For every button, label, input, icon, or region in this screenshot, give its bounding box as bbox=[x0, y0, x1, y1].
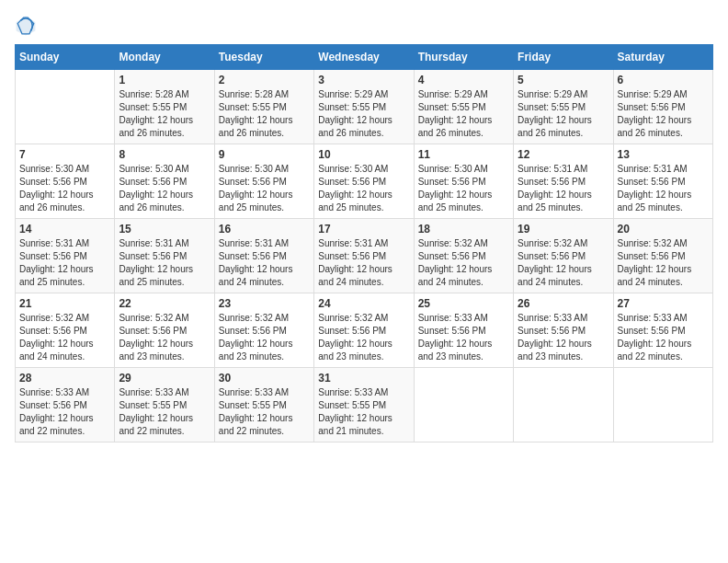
day-info: Sunrise: 5:28 AMSunset: 5:55 PMDaylight:… bbox=[219, 88, 310, 140]
day-info: Sunrise: 5:30 AMSunset: 5:56 PMDaylight:… bbox=[119, 163, 210, 214]
calendar-cell bbox=[414, 368, 513, 442]
day-number: 8 bbox=[119, 148, 210, 161]
day-number: 31 bbox=[318, 372, 409, 385]
calendar-cell: 3Sunrise: 5:29 AMSunset: 5:55 PMDaylight… bbox=[314, 70, 414, 144]
calendar-cell: 21Sunrise: 5:32 AMSunset: 5:56 PMDayligh… bbox=[16, 293, 115, 368]
day-number: 29 bbox=[119, 372, 210, 385]
calendar-cell: 9Sunrise: 5:30 AMSunset: 5:56 PMDaylight… bbox=[214, 144, 313, 219]
day-info: Sunrise: 5:32 AMSunset: 5:56 PMDaylight:… bbox=[518, 237, 609, 289]
day-info: Sunrise: 5:33 AMSunset: 5:56 PMDaylight:… bbox=[19, 386, 110, 438]
header bbox=[15, 15, 713, 37]
calendar-cell: 18Sunrise: 5:32 AMSunset: 5:56 PMDayligh… bbox=[414, 219, 513, 293]
day-info: Sunrise: 5:33 AMSunset: 5:56 PMDaylight:… bbox=[418, 312, 509, 363]
day-number: 6 bbox=[618, 74, 709, 86]
day-info: Sunrise: 5:31 AMSunset: 5:56 PMDaylight:… bbox=[518, 163, 609, 214]
calendar-cell: 5Sunrise: 5:29 AMSunset: 5:55 PMDaylight… bbox=[514, 70, 613, 144]
day-info: Sunrise: 5:30 AMSunset: 5:56 PMDaylight:… bbox=[19, 163, 110, 214]
calendar-cell: 13Sunrise: 5:31 AMSunset: 5:56 PMDayligh… bbox=[613, 144, 712, 219]
calendar-cell: 28Sunrise: 5:33 AMSunset: 5:56 PMDayligh… bbox=[16, 368, 115, 442]
col-header-friday: Friday bbox=[514, 45, 613, 70]
day-info: Sunrise: 5:29 AMSunset: 5:56 PMDaylight:… bbox=[618, 88, 709, 140]
day-info: Sunrise: 5:29 AMSunset: 5:55 PMDaylight:… bbox=[418, 88, 509, 140]
day-info: Sunrise: 5:28 AMSunset: 5:55 PMDaylight:… bbox=[119, 88, 210, 140]
calendar-cell: 7Sunrise: 5:30 AMSunset: 5:56 PMDaylight… bbox=[16, 144, 115, 219]
day-info: Sunrise: 5:33 AMSunset: 5:55 PMDaylight:… bbox=[219, 386, 310, 438]
day-info: Sunrise: 5:30 AMSunset: 5:56 PMDaylight:… bbox=[318, 163, 409, 214]
day-info: Sunrise: 5:33 AMSunset: 5:55 PMDaylight:… bbox=[119, 386, 210, 438]
day-number: 17 bbox=[318, 223, 409, 236]
calendar-cell: 19Sunrise: 5:32 AMSunset: 5:56 PMDayligh… bbox=[514, 219, 613, 293]
calendar-table: SundayMondayTuesdayWednesdayThursdayFrid… bbox=[15, 44, 713, 442]
calendar-cell: 25Sunrise: 5:33 AMSunset: 5:56 PMDayligh… bbox=[414, 293, 513, 368]
day-info: Sunrise: 5:32 AMSunset: 5:56 PMDaylight:… bbox=[219, 312, 310, 363]
day-info: Sunrise: 5:30 AMSunset: 5:56 PMDaylight:… bbox=[418, 163, 509, 214]
day-number: 13 bbox=[618, 148, 709, 161]
calendar-cell bbox=[613, 368, 712, 442]
calendar-cell: 24Sunrise: 5:32 AMSunset: 5:56 PMDayligh… bbox=[314, 293, 414, 368]
day-number: 1 bbox=[119, 74, 210, 86]
calendar-week-4: 21Sunrise: 5:32 AMSunset: 5:56 PMDayligh… bbox=[16, 293, 713, 368]
col-header-tuesday: Tuesday bbox=[214, 45, 313, 70]
day-number: 18 bbox=[418, 223, 509, 236]
day-info: Sunrise: 5:31 AMSunset: 5:56 PMDaylight:… bbox=[219, 237, 310, 289]
calendar-cell: 29Sunrise: 5:33 AMSunset: 5:55 PMDayligh… bbox=[115, 368, 214, 442]
logo bbox=[15, 15, 40, 37]
day-number: 19 bbox=[518, 223, 609, 236]
calendar-cell bbox=[16, 70, 115, 144]
day-info: Sunrise: 5:33 AMSunset: 5:56 PMDaylight:… bbox=[518, 312, 609, 363]
day-number: 3 bbox=[318, 74, 409, 86]
calendar-cell: 14Sunrise: 5:31 AMSunset: 5:56 PMDayligh… bbox=[16, 219, 115, 293]
day-number: 11 bbox=[418, 148, 509, 161]
day-number: 23 bbox=[219, 297, 310, 310]
day-number: 10 bbox=[318, 148, 409, 161]
day-number: 5 bbox=[518, 74, 609, 86]
day-number: 2 bbox=[219, 74, 310, 86]
calendar-cell: 1Sunrise: 5:28 AMSunset: 5:55 PMDaylight… bbox=[115, 70, 214, 144]
day-number: 20 bbox=[618, 223, 709, 236]
calendar-cell bbox=[514, 368, 613, 442]
day-number: 28 bbox=[19, 372, 110, 385]
day-number: 15 bbox=[119, 223, 210, 236]
day-info: Sunrise: 5:30 AMSunset: 5:56 PMDaylight:… bbox=[219, 163, 310, 214]
day-info: Sunrise: 5:31 AMSunset: 5:56 PMDaylight:… bbox=[19, 237, 110, 289]
day-number: 25 bbox=[418, 297, 509, 310]
day-info: Sunrise: 5:32 AMSunset: 5:56 PMDaylight:… bbox=[418, 237, 509, 289]
day-info: Sunrise: 5:32 AMSunset: 5:56 PMDaylight:… bbox=[318, 312, 409, 363]
day-info: Sunrise: 5:31 AMSunset: 5:56 PMDaylight:… bbox=[318, 237, 409, 289]
day-number: 16 bbox=[219, 223, 310, 236]
calendar-cell: 30Sunrise: 5:33 AMSunset: 5:55 PMDayligh… bbox=[214, 368, 313, 442]
calendar-cell: 17Sunrise: 5:31 AMSunset: 5:56 PMDayligh… bbox=[314, 219, 414, 293]
calendar-cell: 12Sunrise: 5:31 AMSunset: 5:56 PMDayligh… bbox=[514, 144, 613, 219]
header-row: SundayMondayTuesdayWednesdayThursdayFrid… bbox=[16, 45, 713, 70]
calendar-week-1: 1Sunrise: 5:28 AMSunset: 5:55 PMDaylight… bbox=[16, 70, 713, 144]
day-number: 22 bbox=[119, 297, 210, 310]
calendar-cell: 20Sunrise: 5:32 AMSunset: 5:56 PMDayligh… bbox=[613, 219, 712, 293]
day-info: Sunrise: 5:32 AMSunset: 5:56 PMDaylight:… bbox=[618, 237, 709, 289]
calendar-cell: 31Sunrise: 5:33 AMSunset: 5:55 PMDayligh… bbox=[314, 368, 414, 442]
day-info: Sunrise: 5:29 AMSunset: 5:55 PMDaylight:… bbox=[318, 88, 409, 140]
col-header-saturday: Saturday bbox=[613, 45, 712, 70]
calendar-cell: 16Sunrise: 5:31 AMSunset: 5:56 PMDayligh… bbox=[214, 219, 313, 293]
calendar-cell: 4Sunrise: 5:29 AMSunset: 5:55 PMDaylight… bbox=[414, 70, 513, 144]
day-info: Sunrise: 5:33 AMSunset: 5:55 PMDaylight:… bbox=[318, 386, 409, 438]
calendar-cell: 22Sunrise: 5:32 AMSunset: 5:56 PMDayligh… bbox=[115, 293, 214, 368]
calendar-cell: 11Sunrise: 5:30 AMSunset: 5:56 PMDayligh… bbox=[414, 144, 513, 219]
day-info: Sunrise: 5:31 AMSunset: 5:56 PMDaylight:… bbox=[618, 163, 709, 214]
col-header-sunday: Sunday bbox=[16, 45, 115, 70]
day-info: Sunrise: 5:31 AMSunset: 5:56 PMDaylight:… bbox=[119, 237, 210, 289]
day-number: 12 bbox=[518, 148, 609, 161]
calendar-cell: 2Sunrise: 5:28 AMSunset: 5:55 PMDaylight… bbox=[214, 70, 313, 144]
logo-icon bbox=[15, 15, 37, 37]
day-info: Sunrise: 5:32 AMSunset: 5:56 PMDaylight:… bbox=[19, 312, 110, 363]
col-header-monday: Monday bbox=[115, 45, 214, 70]
calendar-week-2: 7Sunrise: 5:30 AMSunset: 5:56 PMDaylight… bbox=[16, 144, 713, 219]
day-info: Sunrise: 5:33 AMSunset: 5:56 PMDaylight:… bbox=[618, 312, 709, 363]
calendar-week-3: 14Sunrise: 5:31 AMSunset: 5:56 PMDayligh… bbox=[16, 219, 713, 293]
calendar-cell: 26Sunrise: 5:33 AMSunset: 5:56 PMDayligh… bbox=[514, 293, 613, 368]
calendar-cell: 15Sunrise: 5:31 AMSunset: 5:56 PMDayligh… bbox=[115, 219, 214, 293]
calendar-cell: 8Sunrise: 5:30 AMSunset: 5:56 PMDaylight… bbox=[115, 144, 214, 219]
day-number: 14 bbox=[19, 223, 110, 236]
day-number: 26 bbox=[518, 297, 609, 310]
calendar-cell: 6Sunrise: 5:29 AMSunset: 5:56 PMDaylight… bbox=[613, 70, 712, 144]
calendar-cell: 23Sunrise: 5:32 AMSunset: 5:56 PMDayligh… bbox=[214, 293, 313, 368]
